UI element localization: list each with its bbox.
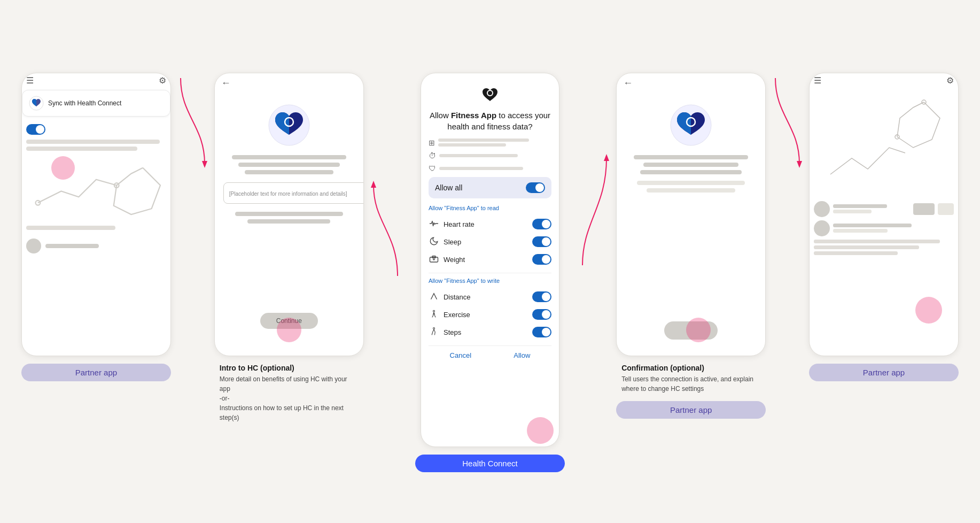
perm-item-weight[interactable]: Weight <box>429 251 551 268</box>
perm-item-distance[interactable]: Distance <box>429 288 551 306</box>
placeholder-line-1 <box>26 140 160 144</box>
filter-line-1a <box>438 139 529 142</box>
graph-svg-5 <box>814 94 954 196</box>
arrow-4-svg <box>773 73 802 169</box>
permission-title: Allow Fitness App to access your health … <box>429 110 551 132</box>
list-line-2a <box>833 224 912 227</box>
weight-label: Weight <box>444 256 465 264</box>
filter-line-3a <box>439 167 524 170</box>
gear-icon[interactable]: ⚙ <box>159 75 166 86</box>
list-line-5 <box>814 251 898 255</box>
screen4-section: ← <box>609 73 773 419</box>
perm-item-sleep[interactable]: Sleep <box>429 233 551 251</box>
screen4-description: Confirmation (optional) Tell users the c… <box>616 364 766 394</box>
heart-rate-toggle[interactable] <box>532 219 551 229</box>
perm-item-exercise[interactable]: Exercise <box>429 306 551 324</box>
ph-line-1 <box>232 155 346 159</box>
arrow-3-section <box>580 73 609 271</box>
filter-lines-2 <box>439 154 551 157</box>
filter-icon-1: ⊞ <box>429 139 435 147</box>
screen4-topbar: ← <box>617 73 765 93</box>
filter-row-3: 🛡 <box>429 164 551 173</box>
screen5-section: ☰ ⚙ <box>802 73 966 381</box>
phone-mockup-2: ← <box>214 73 364 356</box>
desc-body-4: Tell users the connection is active, and… <box>621 374 760 394</box>
list-line-1b <box>833 210 872 213</box>
graph-area-5 <box>810 90 958 197</box>
list-line-4 <box>814 245 919 249</box>
screen3-content: Allow Fitness App to access your health … <box>421 73 559 447</box>
hc-logo-area-4 <box>617 104 765 147</box>
placeholder-line-3 <box>26 226 115 230</box>
allow-button[interactable]: Allow <box>514 351 530 359</box>
filter-icon-2: ⏱ <box>429 151 436 160</box>
arrow-3-svg <box>580 153 609 271</box>
svg-marker-17 <box>797 161 802 168</box>
phone-mockup-4: ← <box>616 73 766 356</box>
steps-icon <box>429 327 439 338</box>
list-line-3 <box>814 240 940 243</box>
desc-title-2: Intro to HC (optional) <box>220 364 359 372</box>
filter-icon-3: 🛡 <box>429 164 436 173</box>
placeholder-line-2 <box>26 147 138 151</box>
exercise-icon <box>429 309 439 320</box>
back-icon-2[interactable]: ← <box>221 78 231 89</box>
ph-line-2 <box>238 163 340 167</box>
app-name-bold: Fitness App <box>451 111 496 120</box>
placeholder-block-2 <box>215 155 363 174</box>
list-text-1 <box>833 204 910 213</box>
distance-toggle[interactable] <box>532 291 551 302</box>
menu-icon[interactable]: ☰ <box>26 75 34 86</box>
perm-heart-left: Heart rate <box>429 219 475 230</box>
screen5-topbar: ☰ ⚙ <box>810 73 958 90</box>
health-connect-label: Health Connect <box>415 455 565 472</box>
hc-logo-icon <box>29 96 44 111</box>
distance-label: Distance <box>444 293 471 301</box>
list-item-5-2 <box>814 220 954 236</box>
list-item-5-1 <box>814 201 954 217</box>
write-section-label: Allow "Fitness App" to write <box>429 278 551 284</box>
pink-pointer-3 <box>527 417 554 444</box>
sync-toggle[interactable] <box>26 124 45 135</box>
filter-lines-1 <box>438 139 551 147</box>
arrow-1-section <box>178 73 207 292</box>
allow-all-text: Allow all <box>435 183 462 192</box>
divider-1 <box>429 273 551 273</box>
ph4-line-5 <box>647 188 736 193</box>
placeholder-block-3 <box>215 212 363 224</box>
placeholder-block-4 <box>617 155 765 174</box>
perm-weight-left: Weight <box>429 254 465 265</box>
gear-icon-5[interactable]: ⚙ <box>946 75 954 86</box>
allow-all-toggle[interactable] <box>526 182 545 193</box>
exercise-toggle[interactable] <box>532 309 551 320</box>
back-icon-4[interactable]: ← <box>623 78 633 89</box>
hc-logo-large-icon <box>268 104 310 147</box>
list-text-2 <box>833 224 954 233</box>
cancel-button[interactable]: Cancel <box>450 351 471 359</box>
info-box: [Placeholder text for more information a… <box>223 182 364 204</box>
desc-title-4: Confirmation (optional) <box>621 364 760 372</box>
hc-heart-icon <box>480 85 500 104</box>
sleep-label: Sleep <box>444 238 461 246</box>
ph4-line-3 <box>640 170 742 174</box>
ph4-line-2 <box>643 163 739 167</box>
perm-item-steps[interactable]: Steps <box>429 324 551 341</box>
graph-svg <box>26 156 166 220</box>
menu-icon-5[interactable]: ☰ <box>814 75 821 86</box>
ph-line-4 <box>235 212 343 216</box>
screen2-topbar: ← <box>215 73 363 93</box>
allow-all-row[interactable]: Allow all <box>429 177 551 198</box>
perm-item-heartrate[interactable]: Heart rate <box>429 216 551 233</box>
weight-toggle[interactable] <box>532 254 551 265</box>
pink-pointer-5 <box>915 297 942 324</box>
sleep-toggle[interactable] <box>532 236 551 247</box>
steps-toggle[interactable] <box>532 327 551 337</box>
list-btn-2 <box>938 203 954 215</box>
continue-button[interactable]: Continue <box>260 313 318 329</box>
hc-sync-card[interactable]: Sync with Health Connect <box>22 90 170 117</box>
toggle-row <box>22 122 170 137</box>
arrow-4-section <box>773 73 802 303</box>
continue-btn-area: Continue <box>215 313 363 340</box>
svg-marker-14 <box>604 154 609 161</box>
screen2-description: Intro to HC (optional) More detail on be… <box>214 364 364 422</box>
